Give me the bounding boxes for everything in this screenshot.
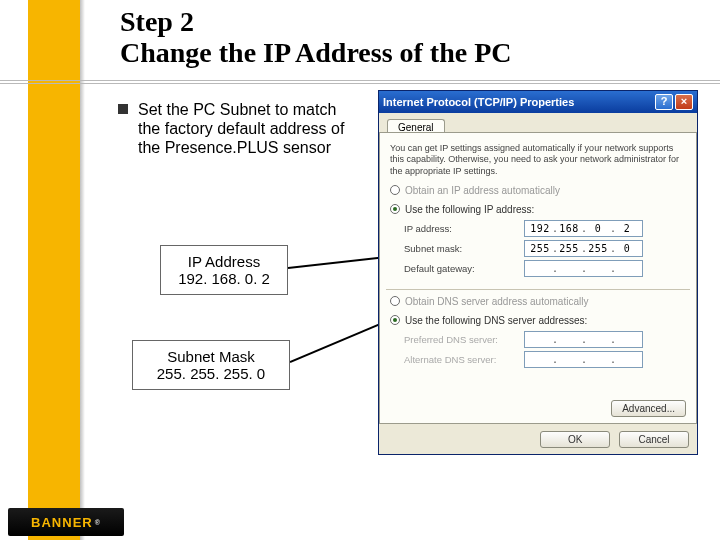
- title-line-1: Step 2: [120, 6, 700, 38]
- mask-oct-2: 255: [557, 243, 581, 254]
- subnet-mask-label: Subnet mask:: [404, 243, 524, 254]
- ok-button[interactable]: OK: [540, 431, 610, 448]
- row-ip-address: IP address: 192. 168. 0. 2: [404, 219, 686, 239]
- radio-icon: [390, 185, 400, 195]
- radio-obtain-dns-auto[interactable]: Obtain DNS server address automatically: [390, 296, 686, 307]
- radio-obtain-ip-auto[interactable]: Obtain an IP address automatically: [390, 185, 686, 196]
- left-accent-bar: [28, 0, 80, 540]
- logo-text: BANNER: [31, 515, 93, 530]
- default-gateway-label: Default gateway:: [404, 263, 524, 274]
- ip-oct-1: 192: [528, 223, 552, 234]
- ip-address-input[interactable]: 192. 168. 0. 2: [524, 220, 643, 237]
- mask-oct-3: 255: [586, 243, 610, 254]
- dialog-titlebar[interactable]: Internet Protocol (TCP/IP) Properties ? …: [379, 91, 697, 113]
- alternate-dns-label: Alternate DNS server:: [404, 354, 524, 365]
- preferred-dns-label: Preferred DNS server:: [404, 334, 524, 345]
- radio-icon: [390, 204, 400, 214]
- cancel-button[interactable]: Cancel: [619, 431, 689, 448]
- bullet-text: Set the PC Subnet to match the factory d…: [138, 100, 348, 158]
- dialog-title: Internet Protocol (TCP/IP) Properties: [383, 96, 574, 108]
- ip-oct-4: 2: [615, 223, 639, 234]
- advanced-button[interactable]: Advanced...: [611, 400, 686, 417]
- row-alternate-dns: Alternate DNS server: . . .: [404, 350, 686, 370]
- radio-use-following-dns-label: Use the following DNS server addresses:: [405, 315, 587, 326]
- callout-ip-value: 192. 168. 0. 2: [161, 270, 287, 287]
- left-accent-shadow: [80, 0, 85, 540]
- slide-title-block: Step 2 Change the IP Address of the PC: [120, 6, 700, 69]
- radio-use-following-dns[interactable]: Use the following DNS server addresses:: [390, 315, 686, 326]
- ip-oct-2: 168: [557, 223, 581, 234]
- close-button[interactable]: ×: [675, 94, 693, 110]
- mask-oct-1: 255: [528, 243, 552, 254]
- row-preferred-dns: Preferred DNS server: . . .: [404, 330, 686, 350]
- square-bullet-icon: [118, 104, 128, 114]
- row-default-gateway: Default gateway: . . .: [404, 259, 686, 279]
- radio-use-following-ip-label: Use the following IP address:: [405, 204, 534, 215]
- separator: [386, 289, 690, 290]
- logo-trademark: ®: [95, 519, 101, 526]
- title-line-2: Change the IP Address of the PC: [120, 38, 700, 69]
- callout-ip-address: IP Address 192. 168. 0. 2: [160, 245, 288, 295]
- ip-address-label: IP address:: [404, 223, 524, 234]
- callout-mask-label: Subnet Mask: [133, 348, 289, 365]
- bullet-item: Set the PC Subnet to match the factory d…: [118, 100, 348, 158]
- alternate-dns-input[interactable]: . . .: [524, 351, 643, 368]
- row-subnet-mask: Subnet mask: 255. 255. 255. 0: [404, 239, 686, 259]
- radio-icon: [390, 296, 400, 306]
- banner-logo: BANNER ®: [8, 508, 124, 536]
- subnet-mask-input[interactable]: 255. 255. 255. 0: [524, 240, 643, 257]
- callout-subnet-mask: Subnet Mask 255. 255. 255. 0: [132, 340, 290, 390]
- tcpip-properties-dialog: Internet Protocol (TCP/IP) Properties ? …: [378, 90, 698, 455]
- radio-obtain-dns-auto-label: Obtain DNS server address automatically: [405, 296, 588, 307]
- preferred-dns-input[interactable]: . . .: [524, 331, 643, 348]
- callout-ip-label: IP Address: [161, 253, 287, 270]
- help-button[interactable]: ?: [655, 94, 673, 110]
- radio-icon: [390, 315, 400, 325]
- radio-obtain-ip-auto-label: Obtain an IP address automatically: [405, 185, 560, 196]
- mask-oct-4: 0: [615, 243, 639, 254]
- ip-oct-3: 0: [586, 223, 610, 234]
- callout-mask-value: 255. 255. 255. 0: [133, 365, 289, 382]
- dialog-description: You can get IP settings assigned automat…: [390, 143, 686, 177]
- radio-use-following-ip[interactable]: Use the following IP address:: [390, 204, 686, 215]
- default-gateway-input[interactable]: . . .: [524, 260, 643, 277]
